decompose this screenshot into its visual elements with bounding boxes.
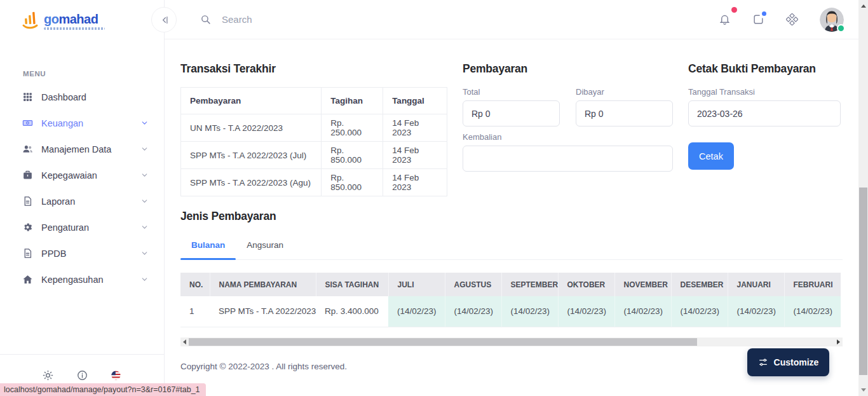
sidebar-menu: DashboardKeuanganManajemen DataKepegawai… — [0, 84, 164, 292]
sidebar: gomahad MENU DashboardKeuanganManajemen … — [0, 0, 165, 396]
home-icon — [22, 274, 33, 285]
horizontal-scrollbar[interactable] — [180, 338, 843, 346]
vertical-scrollbar[interactable] — [858, 0, 868, 396]
transaksi-title: Transaksi Terakhir — [180, 62, 447, 76]
money-icon — [22, 118, 33, 129]
table-cell: SPP MTs - T.A 2022/2023 — [210, 296, 316, 327]
brand-logo[interactable]: gomahad — [0, 0, 164, 39]
info-icon[interactable] — [77, 370, 88, 381]
cetak-button[interactable]: Cetak — [688, 142, 734, 170]
scroll-right-arrow-icon[interactable] — [834, 338, 843, 346]
table-cell: Rp. 850.000 — [322, 142, 383, 169]
chevron-down-icon — [140, 145, 149, 153]
sidebar-item-label: Manajemen Data — [41, 144, 140, 154]
main-area: Transaksi Terakhir PembayaranTagihanTang… — [165, 0, 860, 396]
chevron-down-icon — [140, 223, 149, 231]
months-column-februari: FEBRUARI — [784, 273, 841, 296]
sidebar-item-kepegawaian[interactable]: Kepegawaian — [0, 162, 164, 188]
table-cell: Rp. 3.400.000 — [316, 296, 388, 327]
scroll-up-arrow-icon[interactable] — [858, 1, 868, 11]
activities-button[interactable] — [752, 13, 764, 25]
month-payment-cell: (14/02/23) — [784, 296, 841, 327]
app-root: gomahad MENU DashboardKeuanganManajemen … — [0, 0, 858, 396]
vertical-scrollbar-thumb[interactable] — [859, 188, 867, 375]
sidebar-item-kepengasuhan[interactable]: Kepengasuhan — [0, 266, 164, 292]
transaksi-column-pembayaran: Pembayaran — [181, 88, 322, 114]
chevron-down-icon — [140, 119, 149, 127]
search-input[interactable] — [222, 14, 412, 25]
gear-icon — [22, 222, 33, 233]
table-cell: Rp. 250.000 — [322, 114, 383, 142]
months-table: NO.NAMA PEMBAYARANSISA TAGIHANJULIAGUSTU… — [180, 273, 841, 327]
tab-angsuran[interactable]: Angsuran — [236, 232, 294, 259]
kembalian-label: Kembalian — [463, 132, 673, 142]
apps-button[interactable] — [786, 13, 798, 25]
search-icon — [200, 14, 211, 25]
month-payment-cell: (14/02/23) — [501, 296, 558, 327]
months-column-agustus: AGUSTUS — [445, 273, 501, 296]
brand-name-go: go — [44, 12, 58, 26]
user-avatar[interactable] — [820, 8, 844, 32]
activity-badge-dot — [762, 11, 766, 16]
file-icon — [22, 196, 33, 207]
months-column-no: NO. — [180, 273, 210, 296]
table-cell: SPP MTs - T.A 2022/2023 (Jul) — [181, 142, 322, 169]
table-cell: 14 Feb 2023 — [383, 169, 447, 196]
table-row: UN MTs - T.A 2022/2023Rp. 250.00014 Feb … — [181, 114, 447, 142]
customize-button[interactable]: Customize — [747, 348, 829, 376]
sidebar-item-laporan[interactable]: Laporan — [0, 188, 164, 214]
transaksi-header-row: PembayaranTagihanTanggal — [181, 88, 447, 114]
chevron-down-icon — [140, 275, 149, 283]
kembalian-input[interactable] — [463, 146, 673, 172]
chevron-down-icon — [140, 171, 149, 179]
sun-icon[interactable] — [43, 370, 53, 381]
sliders-icon — [758, 357, 768, 367]
scroll-down-arrow-icon[interactable] — [858, 385, 868, 395]
month-payment-cell: (14/02/23) — [558, 296, 614, 327]
sidebar-item-pengaturan[interactable]: Pengaturan — [0, 214, 164, 240]
scroll-left-arrow-icon[interactable] — [180, 338, 189, 346]
notification-badge-dot — [731, 7, 737, 13]
online-status-dot — [837, 24, 845, 32]
grid-icon — [22, 92, 33, 103]
month-payment-cell: (14/02/23) — [388, 296, 445, 327]
table-cell: UN MTs - T.A 2022/2023 — [181, 114, 322, 142]
total-input[interactable] — [463, 100, 560, 126]
topbar — [165, 0, 860, 39]
page-content: Transaksi Terakhir PembayaranTagihanTang… — [165, 39, 860, 371]
tab-bulanan[interactable]: Bulanan — [180, 232, 236, 259]
sidebar-collapse-button[interactable] — [151, 7, 177, 32]
dibayar-input[interactable] — [576, 100, 673, 126]
sidebar-item-ppdb[interactable]: PPDB — [0, 240, 164, 266]
jenis-title: Jenis Pembayaran — [180, 210, 843, 223]
month-payment-cell: (14/02/23) — [614, 296, 671, 327]
tanggal-transaksi-input[interactable] — [688, 100, 841, 126]
sidebar-item-dashboard[interactable]: Dashboard — [0, 84, 164, 110]
transaksi-column-tanggal: Tanggal — [383, 88, 447, 114]
months-column-desember: DESEMBER — [671, 273, 728, 296]
jenis-tabs: BulananAngsuran — [180, 232, 843, 260]
transaksi-column-tagihan: Tagihan — [322, 88, 383, 114]
months-column-januari: JANUARI — [728, 273, 784, 296]
sidebar-item-manajemen-data[interactable]: Manajemen Data — [0, 136, 164, 162]
total-label: Total — [463, 87, 560, 97]
sidebar-item-keuangan[interactable]: Keuangan — [0, 110, 164, 136]
sidebar-item-label: Laporan — [41, 196, 140, 207]
transaksi-table: PembayaranTagihanTanggal UN MTs - T.A 20… — [180, 87, 447, 196]
sidebar-item-label: PPDB — [41, 249, 140, 259]
month-payment-cell: (14/02/23) — [671, 296, 728, 327]
notifications-button[interactable] — [719, 13, 731, 25]
horizontal-scrollbar-thumb[interactable] — [189, 338, 697, 346]
diamond-grid-icon — [786, 13, 798, 25]
month-payment-cell: (14/02/23) — [445, 296, 501, 327]
cetak-title: Cetak Bukti Pembayaran — [688, 62, 841, 76]
table-row: 1SPP MTs - T.A 2022/2023Rp. 3.400.000(14… — [180, 296, 841, 327]
pembayaran-title: Pembayaran — [463, 62, 673, 76]
table-cell: SPP MTs - T.A 2022/2023 (Agu) — [181, 169, 322, 196]
sidebar-item-label: Kepegawaian — [41, 170, 140, 181]
file-icon — [22, 248, 33, 259]
months-column-september: SEPTEMBER — [501, 273, 558, 296]
chevron-down-icon — [140, 197, 149, 205]
sidebar-item-label: Kepengasuhan — [41, 275, 140, 285]
us-flag-icon[interactable] — [111, 370, 121, 381]
